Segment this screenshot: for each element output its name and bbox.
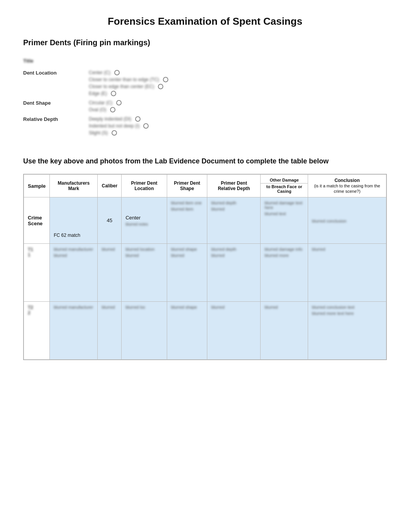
key-item-text: Center (C) bbox=[89, 70, 110, 75]
dent-location-blurred: blurred notes bbox=[125, 222, 163, 226]
key-dent-shape-values: Circular (C) Oval (O) bbox=[89, 100, 122, 112]
cell-line: blurred bbox=[211, 207, 256, 211]
td-dent-depth-t1: blurred depth blurred bbox=[207, 244, 261, 302]
mfr-mark-value: FC 62 match bbox=[54, 233, 93, 238]
td-dent-depth-crime-scene: blurred depth blurred bbox=[207, 197, 261, 244]
td-conclusion-crime-scene: blurred conclusion bbox=[308, 197, 386, 244]
cell-line: blurred more text here bbox=[312, 311, 382, 316]
key-item: Indented but not deep (I) bbox=[89, 123, 149, 129]
cell-line: blurred conclusion text bbox=[312, 305, 382, 309]
conclusion-t2-blurred: blurred conclusion text blurred more tex… bbox=[312, 305, 382, 316]
th-to-breach-face: to Breach Face or Casing bbox=[261, 184, 308, 197]
key-item: Slight (S) bbox=[89, 130, 149, 136]
key-dent-shape-row: Dent Shape Circular (C) Oval (O) bbox=[23, 100, 387, 112]
dent-shape-blurred: blurred item one blurred item bbox=[171, 201, 203, 211]
data-table: Sample Manufacturers Mark Caliber Primer… bbox=[24, 174, 386, 360]
td-caliber-crime-scene: 45 bbox=[98, 197, 122, 244]
key-relative-depth-values: Deeply indented (DI) Indented but not de… bbox=[89, 116, 149, 136]
table-row-t1: T11 blurred manufacturer blurred blurred… bbox=[24, 244, 386, 302]
dent-depth-t2-blurred: blurred bbox=[211, 305, 256, 309]
dent-loc-t2-blurred: blurred loc bbox=[125, 305, 163, 309]
caliber-t2-blurred: blurred bbox=[102, 305, 117, 309]
key-title-blurred: Title bbox=[23, 58, 34, 64]
key-item-radio bbox=[163, 77, 168, 82]
other-damage-t1-blurred: blurred damage info blurred more bbox=[264, 247, 304, 258]
conclusion-blurred: blurred conclusion bbox=[312, 219, 382, 223]
td-dent-shape-t1: blurred shape blurred bbox=[167, 244, 207, 302]
td-other-damage-crime-scene: blurred damage text here blurred text bbox=[261, 197, 308, 244]
td-conclusion-t2: blurred conclusion text blurred more tex… bbox=[308, 302, 386, 360]
key-dent-location-values: Center (C) Closer to center than to edge… bbox=[89, 70, 168, 96]
key-item-radio bbox=[114, 70, 120, 75]
cell-line: blurred item bbox=[171, 207, 203, 211]
key-item-text: Oval (O) bbox=[89, 107, 106, 112]
key-item: Circular (C) bbox=[89, 100, 122, 105]
section2-heading: Use the key above and photos from the La… bbox=[23, 157, 387, 165]
key-item: Deeply indented (DI) bbox=[89, 116, 149, 122]
td-dent-loc-t1: blurred location blurred bbox=[122, 244, 167, 302]
key-item: Center (C) bbox=[89, 70, 168, 75]
th-dent-shape-top: Primer Dent Shape bbox=[167, 175, 207, 197]
td-other-damage-t1: blurred damage info blurred more bbox=[261, 244, 308, 302]
key-title-row: Title bbox=[23, 58, 387, 66]
key-item-radio bbox=[158, 84, 163, 89]
key-relative-depth-label: Relative Depth bbox=[23, 116, 89, 122]
th-dent-loc-top: Primer Dent Location bbox=[122, 175, 167, 197]
key-item-text: Deeply indented (DI) bbox=[89, 116, 131, 122]
cell-line: blurred item one bbox=[171, 201, 203, 205]
dent-shape-t1-blurred: blurred shape blurred bbox=[171, 247, 203, 258]
dent-shape-t2-blurred: blurred shape bbox=[171, 305, 203, 309]
other-damage-blurred: blurred damage text here blurred text bbox=[264, 201, 304, 216]
td-other-damage-t2: blurred bbox=[261, 302, 308, 360]
cell-line: blurred bbox=[171, 253, 203, 258]
key-item-text: Circular (C) bbox=[89, 100, 112, 105]
key-relative-depth-row: Relative Depth Deeply indented (DI) Inde… bbox=[23, 116, 387, 136]
mfr-t2-blurred: blurred manufacturer bbox=[54, 305, 93, 309]
data-table-wrapper: Sample Manufacturers Mark Caliber Primer… bbox=[23, 174, 387, 360]
td-caliber-t1: blurred bbox=[98, 244, 122, 302]
cell-line: blurred manufacturer bbox=[54, 247, 93, 252]
key-item-radio bbox=[111, 91, 116, 96]
cell-line: blurred damage text here bbox=[264, 201, 304, 210]
td-dent-depth-t2: blurred bbox=[207, 302, 261, 360]
th-conclusion-top: Conclusion(is it a match to the casing f… bbox=[308, 175, 386, 197]
key-item: Oval (O) bbox=[89, 107, 122, 112]
dent-loc-t1-blurred: blurred location blurred bbox=[125, 247, 163, 258]
td-mfr-t2: blurred manufacturer bbox=[50, 302, 98, 360]
td-sample-t1: T11 bbox=[24, 244, 50, 302]
sample-t2-blurred: T22 bbox=[28, 305, 46, 316]
th-dent-depth-top: Primer Dent Relative Depth bbox=[207, 175, 261, 197]
key-item-text: Edge (E) bbox=[89, 91, 107, 96]
td-mfr-t1: blurred manufacturer blurred bbox=[50, 244, 98, 302]
caliber-t1-blurred: blurred bbox=[102, 247, 117, 252]
table-row-crime-scene: CrimeScene FC 62 match 45 Center blurred… bbox=[24, 197, 386, 244]
th-sample-top: Sample bbox=[24, 175, 50, 197]
th-mfr-top: Manufacturers Mark bbox=[50, 175, 98, 197]
key-item: Closer to center than to edge (TC) bbox=[89, 77, 168, 82]
cell-line: blurred bbox=[211, 253, 256, 258]
table-header-row-top: Sample Manufacturers Mark Caliber Primer… bbox=[24, 175, 386, 184]
cell-line: blurred text bbox=[264, 211, 304, 216]
key-item-radio bbox=[110, 107, 115, 112]
cell-line: blurred depth bbox=[211, 201, 256, 205]
td-caliber-t2: blurred bbox=[98, 302, 122, 360]
conclusion-t1-blurred: blurred bbox=[312, 247, 382, 252]
key-item-text: Closer to edge than center (EC) bbox=[89, 84, 154, 89]
td-dent-loc-crime-scene: Center blurred notes bbox=[122, 197, 167, 244]
cell-line: blurred shape bbox=[171, 247, 203, 252]
cell-line: blurred more bbox=[264, 253, 304, 258]
key-dent-location-label: Dent Location bbox=[23, 70, 89, 76]
page-title: Forensics Examination of Spent Casings bbox=[23, 15, 387, 27]
th-caliber-top: Caliber bbox=[98, 175, 122, 197]
key-dent-location-row: Dent Location Center (C) Closer to cente… bbox=[23, 70, 387, 96]
cell-line: blurred location bbox=[125, 247, 163, 252]
key-item: Closer to edge than center (EC) bbox=[89, 84, 168, 89]
caliber-value: 45 bbox=[107, 218, 112, 223]
table-row-t2: T22 blurred manufacturer blurred blurred… bbox=[24, 302, 386, 360]
td-conclusion-t1: blurred bbox=[308, 244, 386, 302]
key-item-radio bbox=[135, 116, 141, 122]
td-sample-crime-scene: CrimeScene bbox=[24, 197, 50, 244]
key-item: Edge (E) bbox=[89, 91, 168, 96]
key-section: Title Dent Location Center (C) Closer to… bbox=[23, 54, 387, 143]
key-item-text: Slight (S) bbox=[89, 130, 108, 136]
